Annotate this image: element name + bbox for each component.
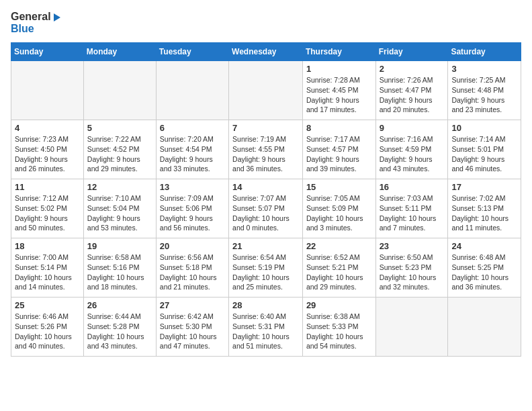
calendar-cell: 17Sunrise: 7:02 AMSunset: 5:13 PMDayligh… <box>448 179 521 238</box>
day-number: 9 <box>380 123 445 133</box>
calendar-cell: 8Sunrise: 7:17 AMSunset: 4:57 PMDaylight… <box>302 120 375 179</box>
day-info: Sunrise: 7:02 AMSunset: 5:13 PMDaylight:… <box>451 193 517 233</box>
calendar-cell <box>11 61 84 120</box>
calendar-cell: 9Sunrise: 7:16 AMSunset: 4:59 PMDaylight… <box>375 120 448 179</box>
day-number: 1 <box>306 64 372 74</box>
day-info: Sunrise: 7:14 AMSunset: 5:01 PMDaylight:… <box>451 134 517 174</box>
calendar-cell: 3Sunrise: 7:25 AMSunset: 4:48 PMDaylight… <box>448 61 521 120</box>
day-info: Sunrise: 6:52 AMSunset: 5:21 PMDaylight:… <box>306 253 372 292</box>
day-number: 3 <box>451 64 517 74</box>
day-number: 20 <box>160 241 225 251</box>
calendar-cell: 27Sunrise: 6:42 AMSunset: 5:30 PMDayligh… <box>156 298 228 357</box>
calendar-cell: 20Sunrise: 6:56 AMSunset: 5:18 PMDayligh… <box>156 238 228 298</box>
day-number: 5 <box>87 123 152 133</box>
day-number: 23 <box>380 241 445 251</box>
calendar-cell: 21Sunrise: 6:54 AMSunset: 5:19 PMDayligh… <box>229 238 303 298</box>
calendar-week-row: 11Sunrise: 7:12 AMSunset: 5:02 PMDayligh… <box>11 179 521 238</box>
calendar-cell: 4Sunrise: 7:23 AMSunset: 4:50 PMDaylight… <box>11 120 84 179</box>
calendar-cell: 7Sunrise: 7:19 AMSunset: 4:55 PMDaylight… <box>229 120 303 179</box>
calendar-cell: 13Sunrise: 7:09 AMSunset: 5:06 PMDayligh… <box>156 179 228 238</box>
calendar-cell <box>229 61 303 120</box>
calendar-cell: 24Sunrise: 6:48 AMSunset: 5:25 PMDayligh… <box>448 238 521 298</box>
calendar-cell: 6Sunrise: 7:20 AMSunset: 4:54 PMDaylight… <box>156 120 228 179</box>
calendar-week-row: 18Sunrise: 7:00 AMSunset: 5:14 PMDayligh… <box>11 238 521 298</box>
weekday-header: Monday <box>83 43 156 61</box>
day-info: Sunrise: 6:56 AMSunset: 5:18 PMDaylight:… <box>160 253 225 292</box>
day-number: 16 <box>380 182 445 192</box>
day-number: 29 <box>306 300 372 310</box>
day-number: 26 <box>87 300 152 310</box>
day-number: 10 <box>451 123 517 133</box>
calendar-week-row: 4Sunrise: 7:23 AMSunset: 4:50 PMDaylight… <box>11 120 521 179</box>
calendar-cell: 26Sunrise: 6:44 AMSunset: 5:28 PMDayligh… <box>83 298 156 357</box>
day-number: 4 <box>15 123 80 133</box>
day-info: Sunrise: 7:19 AMSunset: 4:55 PMDaylight:… <box>232 134 299 174</box>
day-info: Sunrise: 7:22 AMSunset: 4:52 PMDaylight:… <box>87 134 152 174</box>
day-number: 27 <box>160 300 225 310</box>
day-info: Sunrise: 6:58 AMSunset: 5:16 PMDaylight:… <box>87 253 152 292</box>
day-number: 15 <box>306 182 372 192</box>
day-info: Sunrise: 6:38 AMSunset: 5:33 PMDaylight:… <box>306 312 372 351</box>
day-number: 24 <box>451 241 517 251</box>
day-info: Sunrise: 7:25 AMSunset: 4:48 PMDaylight:… <box>451 75 517 115</box>
day-info: Sunrise: 7:05 AMSunset: 5:09 PMDaylight:… <box>306 193 372 233</box>
calendar-cell: 10Sunrise: 7:14 AMSunset: 5:01 PMDayligh… <box>448 120 521 179</box>
calendar-cell: 16Sunrise: 7:03 AMSunset: 5:11 PMDayligh… <box>375 179 448 238</box>
calendar-cell: 15Sunrise: 7:05 AMSunset: 5:09 PMDayligh… <box>302 179 375 238</box>
calendar-cell: 2Sunrise: 7:26 AMSunset: 4:47 PMDaylight… <box>375 61 448 120</box>
calendar-cell: 1Sunrise: 7:28 AMSunset: 4:45 PMDaylight… <box>302 61 375 120</box>
weekday-header: Wednesday <box>229 43 303 61</box>
weekday-header: Sunday <box>11 43 84 61</box>
calendar-cell: 25Sunrise: 6:46 AMSunset: 5:26 PMDayligh… <box>11 298 84 357</box>
day-info: Sunrise: 6:40 AMSunset: 5:31 PMDaylight:… <box>232 312 299 351</box>
calendar-cell: 28Sunrise: 6:40 AMSunset: 5:31 PMDayligh… <box>229 298 303 357</box>
day-info: Sunrise: 7:10 AMSunset: 5:04 PMDaylight:… <box>87 193 152 233</box>
calendar-cell: 18Sunrise: 7:00 AMSunset: 5:14 PMDayligh… <box>11 238 84 298</box>
calendar-cell <box>156 61 228 120</box>
day-info: Sunrise: 6:54 AMSunset: 5:19 PMDaylight:… <box>232 253 299 292</box>
day-info: Sunrise: 7:00 AMSunset: 5:14 PMDaylight:… <box>15 253 80 292</box>
calendar-cell: 22Sunrise: 6:52 AMSunset: 5:21 PMDayligh… <box>302 238 375 298</box>
day-number: 11 <box>15 182 80 192</box>
calendar-cell: 29Sunrise: 6:38 AMSunset: 5:33 PMDayligh… <box>302 298 375 357</box>
day-info: Sunrise: 7:03 AMSunset: 5:11 PMDaylight:… <box>380 193 445 233</box>
day-number: 19 <box>87 241 152 251</box>
calendar-week-row: 25Sunrise: 6:46 AMSunset: 5:26 PMDayligh… <box>11 298 521 357</box>
day-number: 22 <box>306 241 372 251</box>
day-info: Sunrise: 7:16 AMSunset: 4:59 PMDaylight:… <box>380 134 445 174</box>
page-header: General Blue <box>11 11 521 34</box>
logo: General Blue <box>11 11 60 34</box>
calendar-table: SundayMondayTuesdayWednesdayThursdayFrid… <box>11 42 521 357</box>
calendar-cell: 19Sunrise: 6:58 AMSunset: 5:16 PMDayligh… <box>83 238 156 298</box>
day-info: Sunrise: 6:44 AMSunset: 5:28 PMDaylight:… <box>87 312 152 351</box>
day-info: Sunrise: 7:17 AMSunset: 4:57 PMDaylight:… <box>306 134 372 174</box>
day-number: 17 <box>451 182 517 192</box>
day-number: 18 <box>15 241 80 251</box>
calendar-cell: 5Sunrise: 7:22 AMSunset: 4:52 PMDaylight… <box>83 120 156 179</box>
logo-container: General Blue <box>11 11 60 34</box>
day-info: Sunrise: 6:46 AMSunset: 5:26 PMDaylight:… <box>15 312 80 351</box>
day-info: Sunrise: 7:28 AMSunset: 4:45 PMDaylight:… <box>306 75 372 115</box>
logo-general: General <box>11 11 60 23</box>
logo-blue: Blue <box>11 23 60 35</box>
day-info: Sunrise: 7:12 AMSunset: 5:02 PMDaylight:… <box>15 193 80 233</box>
calendar-cell <box>83 61 156 120</box>
calendar-cell: 14Sunrise: 7:07 AMSunset: 5:07 PMDayligh… <box>229 179 303 238</box>
weekday-header: Thursday <box>302 43 375 61</box>
day-info: Sunrise: 6:42 AMSunset: 5:30 PMDaylight:… <box>160 312 225 351</box>
day-info: Sunrise: 7:07 AMSunset: 5:07 PMDaylight:… <box>232 193 299 233</box>
day-number: 21 <box>232 241 299 251</box>
day-number: 14 <box>232 182 299 192</box>
day-number: 13 <box>160 182 225 192</box>
day-info: Sunrise: 7:09 AMSunset: 5:06 PMDaylight:… <box>160 193 225 233</box>
calendar-cell: 12Sunrise: 7:10 AMSunset: 5:04 PMDayligh… <box>83 179 156 238</box>
weekday-header: Tuesday <box>156 43 228 61</box>
calendar-cell: 23Sunrise: 6:50 AMSunset: 5:23 PMDayligh… <box>375 238 448 298</box>
calendar-cell: 11Sunrise: 7:12 AMSunset: 5:02 PMDayligh… <box>11 179 84 238</box>
weekday-header-row: SundayMondayTuesdayWednesdayThursdayFrid… <box>11 43 521 61</box>
day-info: Sunrise: 7:26 AMSunset: 4:47 PMDaylight:… <box>380 75 445 115</box>
weekday-header: Saturday <box>448 43 521 61</box>
weekday-header: Friday <box>375 43 448 61</box>
day-number: 8 <box>306 123 372 133</box>
day-number: 25 <box>15 300 80 310</box>
